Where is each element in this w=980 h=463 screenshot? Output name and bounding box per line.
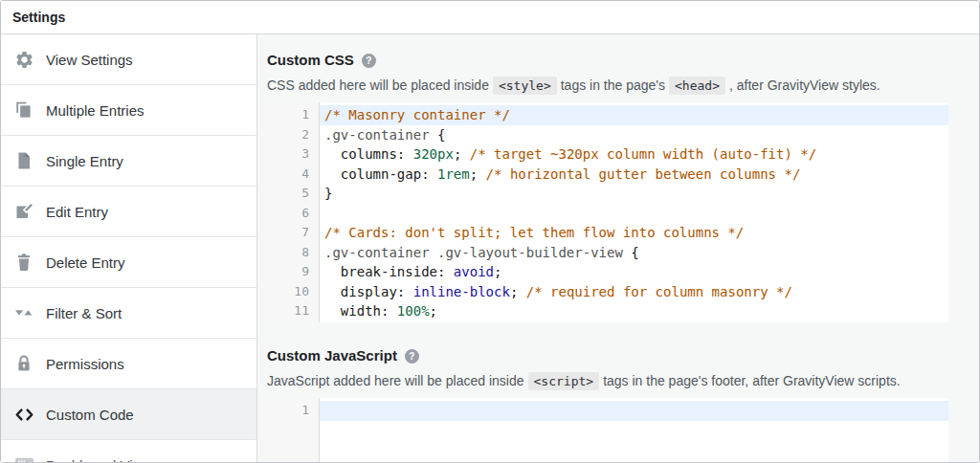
line-number: 8 — [267, 243, 319, 263]
sidebar-item-label: Edit Entry — [46, 204, 108, 220]
sidebar-item-view-settings[interactable]: View Settings — [1, 34, 256, 85]
sidebar-item-label: Dashboard Views — [46, 457, 158, 463]
code-area[interactable]: /* Masonry container */.gv-container { c… — [320, 102, 948, 322]
sidebar-item-label: Permissions — [46, 356, 124, 372]
sidebar-item-filter-sort[interactable]: Filter & Sort — [1, 288, 256, 339]
code-line: columns: 320px; /* target ~320px column … — [320, 144, 948, 165]
code-line: /* Cards: don't split; let them flow int… — [320, 223, 948, 243]
custom-javascript-section: Custom JavaScript ? JavaScript added her… — [267, 347, 979, 462]
custom-css-title: Custom CSS — [267, 52, 354, 69]
settings-tabs-sidebar: View SettingsMultiple EntriesSingle Entr… — [1, 34, 257, 462]
custom-css-description: CSS added here will be placed inside<sty… — [267, 77, 979, 95]
code-line: /* Masonry container */ — [320, 105, 948, 125]
line-number: 9 — [267, 262, 319, 282]
code-area[interactable] — [320, 398, 948, 462]
line-number: 7 — [267, 223, 319, 243]
line-number: 11 — [267, 301, 319, 321]
trash-icon — [13, 252, 34, 273]
line-number: 10 — [267, 282, 319, 302]
code-line: column-gap: 1rem; /* horizontal gutter b… — [320, 165, 948, 185]
sidebar-item-multiple-entries[interactable]: Multiple Entries — [1, 85, 256, 136]
line-number-gutter: 1 — [267, 398, 320, 462]
sidebar-item-label: Custom Code — [46, 407, 134, 423]
panel-titlebar: Settings — [1, 1, 979, 34]
style-tag-chip: <style> — [493, 77, 557, 95]
code-line — [320, 204, 948, 224]
custom-code-panel: Custom CSS ? CSS added here will be plac… — [257, 34, 979, 462]
help-icon[interactable]: ? — [362, 54, 376, 68]
line-number: 1 — [267, 105, 319, 125]
settings-panel: Settings View SettingsMultiple EntriesSi… — [0, 0, 980, 463]
code-line: .gv-container .gv-layout-builder-view { — [320, 243, 948, 263]
sidebar-item-delete-entry[interactable]: Delete Entry — [1, 237, 256, 288]
sidebar-item-label: Multiple Entries — [46, 102, 145, 119]
code-line: break-inside: avoid; — [320, 262, 948, 282]
custom-javascript-code-editor[interactable]: 1 — [267, 398, 948, 462]
head-tag-chip: <head> — [669, 77, 725, 95]
custom-css-code-editor[interactable]: 1234567891011/* Masonry container */.gv-… — [267, 102, 948, 322]
gear-icon — [13, 49, 34, 70]
line-number-gutter: 1234567891011 — [267, 102, 320, 322]
script-tag-chip: <script> — [528, 372, 600, 390]
sidebar-item-custom-code[interactable]: Custom Code — [1, 389, 256, 440]
sidebar-item-edit-entry[interactable]: Edit Entry — [1, 187, 256, 237]
custom-css-section: Custom CSS ? CSS added here will be plac… — [267, 52, 979, 322]
sidebar-item-label: View Settings — [46, 52, 133, 68]
sort-triangles-icon — [13, 302, 34, 323]
lock-icon — [13, 353, 34, 374]
code-line: } — [320, 184, 948, 204]
line-number: 6 — [267, 204, 319, 224]
sidebar-item-permissions[interactable]: Permissions — [1, 339, 256, 389]
code-line: .gv-container { — [320, 125, 948, 145]
page-icon — [13, 150, 34, 171]
line-number: 1 — [267, 401, 319, 421]
line-number: 2 — [267, 125, 319, 145]
panel-body: View SettingsMultiple EntriesSingle Entr… — [1, 34, 979, 462]
custom-javascript-title: Custom JavaScript — [267, 347, 397, 364]
sidebar-item-label: Filter & Sort — [46, 305, 122, 321]
panel-title: Settings — [12, 10, 65, 25]
line-number: 3 — [267, 144, 319, 165]
help-icon[interactable]: ? — [405, 349, 419, 364]
sidebar-item-dashboard-views[interactable]: Dashboard Views — [1, 440, 256, 462]
edit-pencil-icon — [13, 201, 34, 222]
sidebar-item-label: Single Entry — [46, 153, 123, 169]
code-line: width: 100%; — [320, 301, 948, 321]
line-number: 5 — [267, 184, 319, 204]
code-brackets-icon — [13, 404, 34, 425]
stacked-pages-icon — [13, 99, 34, 121]
dashboard-icon — [13, 454, 34, 462]
code-line: display: inline-block; /* required for c… — [320, 282, 948, 302]
line-number: 4 — [267, 165, 319, 185]
code-line — [320, 401, 948, 421]
sidebar-item-label: Delete Entry — [46, 254, 125, 271]
sidebar-item-single-entry[interactable]: Single Entry — [1, 136, 256, 187]
custom-javascript-description: JavaScript added here will be placed ins… — [267, 372, 979, 390]
